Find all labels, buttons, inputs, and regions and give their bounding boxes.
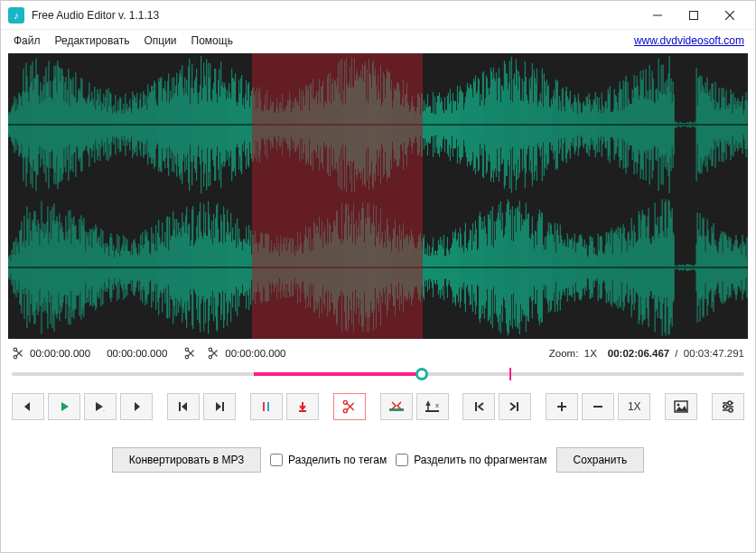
window-title: Free Audio Editor v. 1.1.13 (32, 9, 159, 22)
bottom-row: Конвертировать в MP3 Разделить по тегам … (1, 427, 755, 482)
waveform-display[interactable] (8, 53, 748, 339)
svg-text:.: . (103, 406, 105, 412)
svg-point-30 (677, 404, 680, 407)
seek-handle[interactable] (415, 368, 428, 380)
svg-point-36 (729, 408, 733, 412)
split-fragments-label: Разделить по фрагментам (414, 454, 546, 466)
seek-marker (509, 368, 511, 380)
zoom-in-button[interactable] (546, 393, 578, 420)
svg-point-34 (723, 405, 727, 408)
seekbar[interactable] (12, 366, 744, 382)
trim-left-button[interactable] (380, 393, 413, 420)
svg-point-7 (14, 355, 16, 359)
svg-text:x: x (435, 401, 439, 409)
svg-point-11 (209, 355, 212, 359)
svg-rect-25 (517, 402, 518, 411)
svg-rect-15 (222, 402, 224, 411)
zoom-value: 1X (584, 348, 597, 359)
menubar: Файл Редактировать Опции Помощь www.dvdv… (1, 30, 755, 52)
split-tags-checkbox[interactable]: Разделить по тегам (270, 454, 387, 466)
svg-point-19 (343, 409, 347, 413)
zoom-reset-button[interactable]: 1X (618, 393, 650, 420)
seek-selection (254, 372, 423, 376)
svg-point-20 (343, 400, 347, 404)
svg-rect-24 (475, 402, 477, 411)
convert-mp3-button[interactable]: Конвертировать в MP3 (112, 447, 261, 473)
svg-point-8 (14, 348, 16, 351)
menu-options[interactable]: Опции (136, 33, 183, 49)
go-sel-start-button[interactable] (462, 393, 495, 420)
svg-rect-1 (690, 11, 698, 19)
site-link[interactable]: www.dvdvideosoft.com (634, 34, 744, 47)
scissors-icon (207, 346, 221, 361)
menu-edit[interactable]: Редактировать (48, 33, 137, 49)
total-time: 00:03:47.291 (684, 348, 744, 359)
menu-help[interactable]: Помощь (184, 33, 240, 49)
zoom-label: Zoom: (549, 348, 579, 359)
svg-rect-21 (389, 408, 404, 411)
play-selection-button[interactable]: . (84, 393, 117, 420)
split-tags-label: Разделить по тегам (288, 454, 387, 466)
split-tags-input[interactable] (270, 454, 283, 466)
menu-file[interactable]: Файл (6, 33, 48, 49)
zoom-out-button[interactable] (582, 393, 614, 420)
current-time: 00:02:06.467 (608, 348, 669, 359)
svg-point-9 (185, 355, 189, 359)
settings-button[interactable] (712, 393, 744, 420)
sel-start-time[interactable]: 00:00:00.000 (30, 348, 90, 359)
skip-start-button[interactable] (167, 393, 200, 420)
set-end-marker-button[interactable] (286, 393, 319, 420)
save-button[interactable]: Сохранить (556, 447, 645, 473)
app-icon: ♪ (8, 7, 24, 23)
svg-rect-29 (675, 401, 687, 412)
split-time[interactable]: 00:00:00.000 (225, 348, 285, 359)
split-fragments-checkbox[interactable]: Разделить по фрагментам (396, 454, 546, 466)
selection-overlay (252, 53, 422, 339)
timecode-row: 00:00:00.000 00:00:00.000 00:00:00.000 Z… (1, 342, 755, 362)
close-button[interactable] (712, 3, 748, 28)
scissors-icon (12, 346, 26, 361)
cut-button[interactable] (333, 393, 366, 420)
image-button[interactable] (665, 393, 697, 420)
svg-point-12 (209, 348, 212, 351)
split-fragments-input[interactable] (396, 454, 408, 466)
toolbar: . x 1X (1, 391, 755, 427)
skip-end-button[interactable] (203, 393, 236, 420)
set-start-marker-button[interactable] (250, 393, 283, 420)
zoom-reset-label: 1X (628, 400, 641, 413)
sel-end-time[interactable]: 00:00:00.000 (107, 348, 167, 359)
step-forward-button[interactable] (120, 393, 153, 420)
time-separator: / (675, 348, 677, 359)
minimize-button[interactable] (639, 3, 676, 28)
trim-right-button[interactable]: x (416, 393, 449, 420)
svg-point-32 (728, 401, 732, 405)
svg-rect-14 (179, 402, 181, 411)
maximize-button[interactable] (676, 3, 712, 28)
scissors-icon (183, 346, 198, 361)
svg-point-10 (185, 348, 189, 351)
step-back-button[interactable] (12, 393, 44, 420)
titlebar: ♪ Free Audio Editor v. 1.1.13 (1, 1, 755, 30)
play-button[interactable] (48, 393, 80, 420)
go-sel-end-button[interactable] (499, 393, 531, 420)
